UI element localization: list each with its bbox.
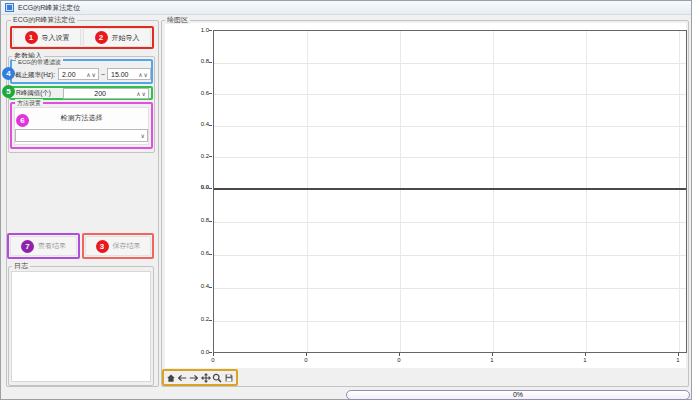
plot-toolbar [162,369,238,386]
y-tick [209,125,212,126]
spin-up-icon[interactable]: ∧ [86,71,90,78]
y-tick-label: 0.6 [185,90,209,97]
y-tick [209,221,212,222]
cutoff-frequency-label: 截止频率(Hz): [15,71,55,80]
x-tick-label: 0 [296,357,316,364]
step-badge-6: 6 [16,114,29,127]
gridline [214,157,686,158]
x-tick [399,353,400,356]
method-combobox[interactable]: ∨ [15,129,148,142]
import-settings-label: 导入设置 [42,33,70,43]
plot-panel-group-label: 绘图区 [165,16,190,24]
start-import-label: 开始导入 [112,33,140,43]
y-tick-label: 0.2 [185,153,209,160]
gridline [214,288,686,289]
log-group-label: 日志 [12,262,30,270]
gridline [214,255,686,256]
x-tick-label: 1 [575,357,595,364]
start-import-button[interactable]: 2 开始导入 [83,28,151,47]
cutoff-high-spinbox[interactable]: 15.00 ∧ ∨ [107,68,151,80]
gridline [307,31,308,352]
x-tick [213,353,214,356]
gridline [586,31,587,352]
y-tick-label: 0.4 [185,121,209,128]
x-tick-label: 1 [482,357,502,364]
gridline [214,94,686,95]
x-tick [492,353,493,356]
threshold-spinbox[interactable]: 200 ∧ ∨ [63,88,149,99]
step-badge-3: 3 [96,240,109,253]
bandpass-group-label: ECG的带通滤波 [16,58,63,66]
threshold-value: 200 [64,90,136,97]
y-tick-label: 0.2 [185,316,209,323]
import-settings-button[interactable]: 1 导入设置 [13,28,81,47]
y-tick [209,156,212,157]
forward-icon[interactable] [189,373,199,383]
chevron-down-icon: ∨ [141,132,145,139]
y-tick-label: 0.0 [185,349,209,356]
y-tick-label-overlapped: 0.0 [185,184,209,191]
gridline [493,31,494,352]
spin-up-icon[interactable]: ∧ [136,90,140,97]
x-tick-label: 1 [668,357,688,364]
spin-down-icon[interactable]: ∨ [144,71,148,78]
x-tick [306,353,307,356]
view-results-button[interactable]: 7 查看结果 [10,236,77,256]
range-separator: ~ [101,71,105,78]
cutoff-high-value: 15.00 [108,71,138,78]
y-tick [209,352,212,353]
plot-canvas[interactable]: 1.0 0.8 0.6 0.4 0.2 0.0 0.8 0.6 0.4 0.2 … [165,23,686,368]
pan-icon[interactable] [201,373,211,383]
y-tick [209,93,212,94]
save-icon[interactable] [224,373,234,383]
gridline [214,321,686,322]
y-tick [209,287,212,288]
x-tick-label: 0 [203,357,223,364]
y-tick [209,188,212,189]
gridline [214,126,686,127]
back-icon[interactable] [177,373,187,383]
log-textarea[interactable] [11,271,151,382]
y-tick-label: 1.0 [185,27,209,34]
spin-up-icon[interactable]: ∧ [138,71,142,78]
save-results-label: 保存结果 [113,241,141,251]
gridline [400,31,401,352]
y-tick [209,30,212,31]
y-tick [209,254,212,255]
spin-down-icon[interactable]: ∨ [92,71,96,78]
zoom-icon[interactable] [212,373,222,383]
y-tick-label: 0.4 [185,283,209,290]
method-prompt-label: 检测方法选择 [14,113,149,123]
y-tick [209,62,212,63]
left-panel-group-label: ECG的R峰算法定位 [11,16,77,24]
step-badge-2: 2 [95,31,108,44]
app-window: ECG的R峰算法定位 ECG的R峰算法定位 1 导入设置 2 开始导入 参数输入… [0,0,692,400]
y-tick [209,320,212,321]
step-badge-1: 1 [25,31,38,44]
x-tick [678,353,679,356]
threshold-label: R峰阈值(个) [16,89,51,98]
spin-down-icon[interactable]: ∨ [142,90,146,97]
step-badge-5: 5 [2,85,15,98]
plot-axes [213,30,687,353]
gridline [214,222,686,223]
y-tick-label: 0.8 [185,217,209,224]
method-group-label: 方法设置 [15,99,43,107]
step-badge-4: 4 [2,67,15,80]
step-badge-7: 7 [21,240,34,253]
cutoff-low-spinbox[interactable]: 2.00 ∧ ∨ [58,68,99,80]
title-bar: ECG的R峰算法定位 [1,1,691,15]
view-results-label: 查看结果 [38,241,66,251]
gridline [214,63,686,64]
subplot-divider [214,188,686,190]
gridline [679,31,680,352]
cutoff-low-value: 2.00 [59,71,86,78]
progress-bar: 0% [346,390,690,400]
save-results-button[interactable]: 3 保存结果 [85,236,151,256]
home-icon[interactable] [166,373,176,383]
app-icon [5,3,14,12]
y-tick-label: 0.6 [185,250,209,257]
x-tick-label: 0 [389,357,409,364]
window-title: ECG的R峰算法定位 [18,3,80,13]
x-tick [585,353,586,356]
